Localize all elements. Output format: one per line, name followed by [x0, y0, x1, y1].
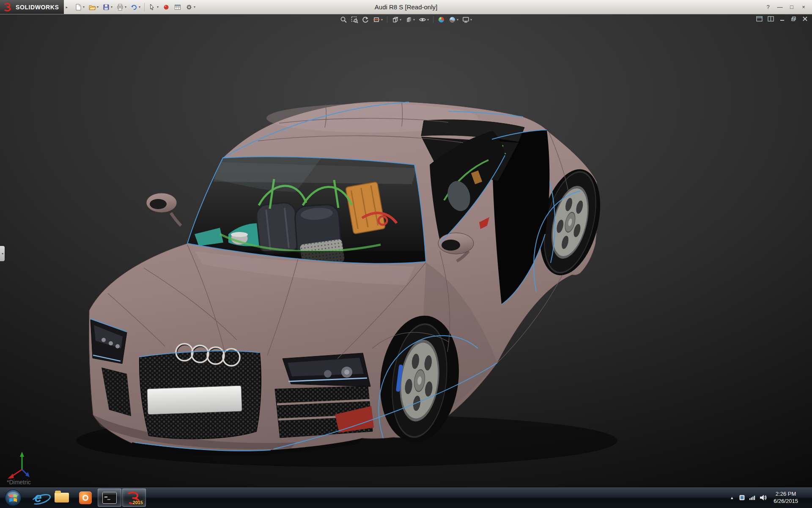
sketch-sheet-button[interactable] — [172, 2, 183, 12]
taskbar-clock[interactable]: 2:26 PM 6/26/2015 — [771, 491, 801, 505]
dropdown-caret[interactable]: ▾ — [427, 18, 429, 22]
internet-explorer-icon: e — [34, 491, 41, 504]
titlebar: SOLIDWORKS ▸ ▾ ▾ ▾ ▾ — [0, 0, 812, 14]
dropdown-caret[interactable]: ▾ — [83, 6, 85, 9]
clock-date: 6/26/2015 — [774, 498, 798, 505]
taskbar-file-explorer[interactable] — [50, 489, 73, 507]
taskbar-internet-explorer[interactable]: e — [27, 489, 49, 507]
start-button[interactable] — [0, 487, 26, 508]
taskbar-media-player[interactable] — [74, 489, 97, 507]
display-style-button[interactable]: ▾ — [404, 15, 416, 24]
document-window-controls — [755, 15, 809, 22]
media-player-icon — [79, 491, 92, 504]
edit-appearance-button[interactable] — [437, 15, 446, 24]
solidworks-year-badge: 2015 — [133, 500, 143, 505]
dropdown-caret[interactable]: ▾ — [97, 6, 99, 9]
taskbar: e 2015 ▲ 2:26 PM 6/26/2015 — [0, 487, 812, 508]
section-view-icon — [373, 16, 380, 23]
options-icon — [185, 3, 193, 11]
minimize-button[interactable]: — — [775, 3, 785, 12]
edit-appearance-icon — [438, 16, 445, 23]
dropdown-caret[interactable]: ▾ — [470, 18, 472, 22]
section-view-button[interactable]: ▾ — [372, 15, 384, 24]
view-orientation-button[interactable]: ▾ — [391, 15, 402, 24]
tray-app-icon[interactable] — [739, 494, 745, 501]
view-settings-button[interactable]: ▾ — [461, 15, 473, 24]
doc-close-button[interactable] — [801, 15, 809, 22]
3d-viewport[interactable] — [0, 14, 812, 487]
dropdown-caret[interactable]: ▾ — [413, 18, 415, 22]
volume-icon[interactable] — [760, 494, 767, 501]
hide-show-items-icon — [419, 16, 426, 23]
view-settings-icon — [462, 16, 469, 23]
clock-time: 2:26 PM — [774, 491, 798, 498]
dropdown-caret[interactable]: ▾ — [111, 6, 112, 9]
doc-minimize-button[interactable] — [778, 15, 786, 22]
previous-view-button[interactable] — [361, 15, 370, 24]
window-controls: ? — □ × — [763, 3, 812, 12]
dropdown-caret[interactable]: ▾ — [194, 6, 195, 9]
doc-minimize-icon — [779, 16, 785, 22]
viewport-split-button[interactable] — [767, 15, 774, 22]
sketch-sheet-icon — [174, 3, 181, 11]
apply-scene-icon — [449, 16, 456, 23]
viewport-pane-button[interactable] — [755, 15, 763, 22]
xpress-products-icon — [162, 3, 170, 11]
new-document-button[interactable]: ▾ — [73, 2, 86, 12]
right-headlight[interactable] — [283, 353, 370, 387]
select-button[interactable]: ▾ — [147, 2, 160, 12]
windows-start-icon — [5, 489, 22, 506]
menu-expander-icon[interactable]: ▸ — [66, 5, 68, 9]
toolbar-separator — [433, 17, 433, 23]
zoom-to-area-icon — [351, 16, 358, 23]
app-name: SOLIDWORKS — [16, 4, 59, 11]
taskbar-solidworks-2015[interactable]: 2015 — [122, 489, 146, 507]
dropdown-caret[interactable]: ▾ — [400, 18, 401, 22]
doc-restore-icon — [791, 16, 796, 22]
options-button[interactable]: ▾ — [184, 2, 197, 12]
viewport-split-icon — [768, 16, 774, 22]
maximize-button[interactable]: □ — [787, 3, 797, 12]
dropdown-caret[interactable]: ▾ — [381, 18, 383, 22]
undo-icon — [130, 3, 138, 11]
viewport-pane-icon — [756, 16, 763, 22]
window-title: Audi R8 S [Read-only] — [375, 3, 437, 11]
dropdown-caret[interactable]: ▾ — [157, 6, 159, 9]
dropdown-caret[interactable]: ▾ — [125, 6, 126, 9]
solidworks-desktop: { "app": { "name": "SOLIDWORKS" }, "ui":… — [0, 0, 812, 508]
save-icon — [102, 3, 110, 11]
doc-close-icon — [802, 16, 808, 22]
help-button[interactable]: ? — [763, 3, 773, 12]
doc-restore-button[interactable] — [790, 15, 797, 22]
dropdown-caret[interactable]: ▾ — [139, 6, 140, 9]
display-style-icon — [405, 16, 412, 23]
dropdown-caret[interactable]: ▾ — [457, 18, 458, 22]
zoom-to-fit-button[interactable] — [339, 15, 348, 24]
apply-scene-button[interactable]: ▾ — [448, 15, 459, 24]
select-cursor-icon — [148, 3, 156, 11]
license-plate — [147, 386, 242, 414]
folder-icon — [55, 493, 69, 502]
quick-access-toolbar: ▾ ▾ ▾ ▾ ▾ — [73, 2, 197, 12]
taskbar-command-prompt[interactable] — [98, 489, 121, 507]
toolbar-separator — [144, 3, 145, 11]
toolbar-separator — [387, 17, 387, 23]
print-icon — [116, 3, 124, 11]
open-icon — [88, 3, 96, 11]
zoom-to-area-button[interactable] — [350, 15, 359, 24]
print-button[interactable]: ▾ — [115, 2, 128, 12]
dassault-3ds-icon — [3, 3, 13, 12]
xpress-products-button[interactable] — [161, 2, 172, 12]
graphics-area: ▾ ▾ ▾ ▾ — [0, 14, 812, 487]
hide-show-items-button[interactable]: ▾ — [418, 15, 430, 24]
headsup-view-toolbar: ▾ ▾ ▾ ▾ — [335, 14, 477, 25]
close-button[interactable]: × — [798, 3, 809, 12]
undo-button[interactable]: ▾ — [129, 2, 142, 12]
save-button[interactable]: ▾ — [101, 2, 114, 12]
previous-view-icon — [362, 16, 369, 23]
hidden-icons-button[interactable]: ▲ — [729, 494, 735, 501]
feature-tree-collapse-tab[interactable]: ◂ — [0, 246, 5, 261]
front-grille[interactable] — [140, 351, 261, 439]
open-button[interactable]: ▾ — [87, 2, 100, 12]
network-icon[interactable] — [749, 494, 756, 501]
